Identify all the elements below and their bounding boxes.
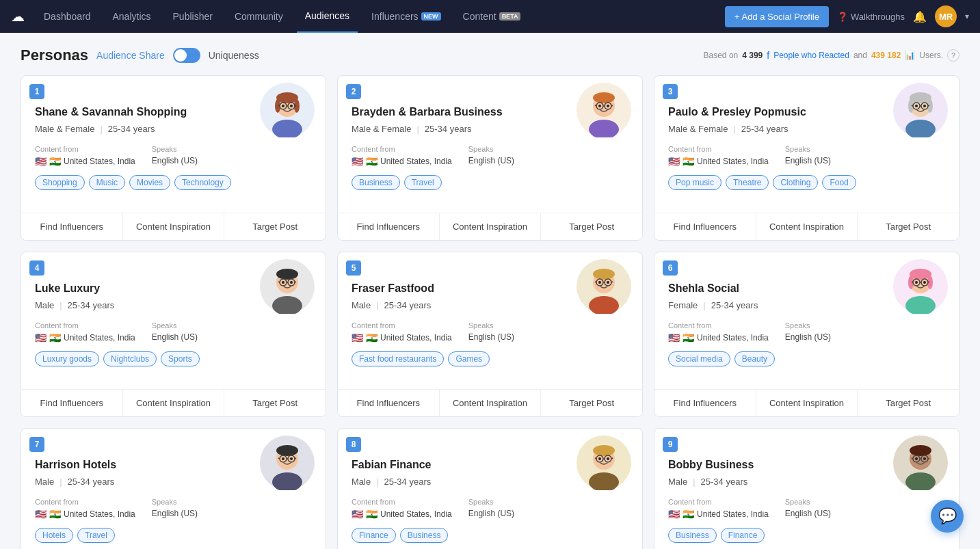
page-title: Personas	[21, 46, 88, 64]
svg-line-91	[611, 458, 613, 459]
svg-line-9	[278, 105, 280, 106]
find-influencers-button[interactable]: Find Influencers	[338, 213, 439, 240]
add-social-profile-button[interactable]: + Add a Social Profile	[725, 6, 829, 27]
speaks-value: English (US)	[468, 509, 514, 518]
interest-tag: Finance	[352, 528, 396, 543]
persona-card-7: 7 Harrison Hotels Male | 25-34 years	[21, 428, 326, 549]
svg-line-55	[595, 282, 596, 282]
in-flag: 🇮🇳	[366, 156, 378, 167]
interest-tag: Business	[352, 175, 400, 190]
content-from-value: 🇺🇸 🇮🇳 United States, India	[668, 509, 769, 520]
target-post-button[interactable]: Target Post	[858, 213, 959, 240]
nav-analytics[interactable]: Analytics	[105, 0, 159, 33]
interest-tags: Fast food restaurantsGames	[352, 351, 628, 366]
nav-community[interactable]: Community	[226, 0, 291, 33]
find-influencers-button[interactable]: Find Influencers	[21, 213, 122, 240]
content-inspiration-button[interactable]: Content Inspiration	[440, 213, 541, 240]
svg-point-36	[923, 105, 926, 107]
speaks-value: English (US)	[468, 332, 514, 342]
audience-share-link[interactable]: Audience Share	[96, 50, 165, 61]
avatar	[577, 436, 631, 490]
content-inspiration-button[interactable]: Content Inspiration	[440, 390, 541, 416]
card-body: 8 Fabian Finance Male | 25-34 years	[338, 429, 642, 549]
svg-point-92	[598, 457, 601, 460]
find-influencers-button[interactable]: Find Influencers	[21, 390, 122, 416]
svg-line-33	[912, 105, 913, 106]
age-range: 25-34 years	[108, 124, 155, 134]
content-inspiration-button[interactable]: Content Inspiration	[123, 390, 224, 416]
interest-tag: Fast food restaurants	[352, 351, 444, 366]
svg-point-86	[593, 445, 615, 456]
personas-header: Personas Audience Share Uniqueness Based…	[21, 46, 959, 64]
nav-influencers[interactable]: Influencers NEW	[363, 0, 449, 33]
in-flag: 🇮🇳	[49, 509, 61, 520]
svg-point-97	[910, 445, 931, 456]
speaks-label: Speaks	[152, 498, 198, 506]
svg-line-45	[295, 282, 296, 282]
interest-tag: Luxury goods	[35, 351, 99, 366]
avatar	[577, 259, 631, 314]
card-meta: Content from 🇺🇸 🇮🇳 United States, India …	[352, 498, 628, 520]
user-avatar[interactable]: MR	[935, 5, 957, 27]
us-flag: 🇺🇸	[352, 156, 363, 167]
in-flag: 🇮🇳	[366, 509, 378, 520]
us-flag: 🇺🇸	[668, 332, 680, 343]
nav-content[interactable]: Content BETA	[455, 0, 529, 33]
avatar	[260, 83, 315, 137]
speaks-label: Speaks	[152, 145, 198, 153]
nav-audiences[interactable]: Audiences	[297, 0, 358, 33]
persona-number: 9	[663, 437, 678, 452]
age-range: 25-34 years	[384, 477, 432, 487]
nav-dashboard[interactable]: Dashboard	[36, 0, 99, 33]
chat-button[interactable]: 💬	[931, 500, 964, 533]
age-range: 25-34 years	[68, 300, 115, 310]
target-post-button[interactable]: Target Post	[224, 213, 326, 240]
find-influencers-button[interactable]: Find Influencers	[338, 390, 439, 416]
target-post-button[interactable]: Target Post	[858, 390, 959, 416]
target-post-button[interactable]: Target Post	[541, 213, 642, 240]
svg-line-80	[295, 458, 296, 459]
help-icon[interactable]: ?	[947, 49, 959, 62]
in-flag: 🇮🇳	[49, 332, 61, 343]
notifications-icon[interactable]: 🔔	[913, 10, 927, 23]
card-meta: Content from 🇺🇸 🇮🇳 United States, India …	[35, 498, 312, 520]
target-post-button[interactable]: Target Post	[541, 390, 642, 416]
svg-line-90	[595, 458, 596, 459]
speaks-value: English (US)	[785, 156, 831, 165]
card-meta: Content from 🇺🇸 🇮🇳 United States, India …	[668, 145, 945, 167]
interest-tag: Food	[822, 175, 856, 190]
card-meta: Content from 🇺🇸 🇮🇳 United States, India …	[352, 145, 628, 167]
find-influencers-button[interactable]: Find Influencers	[654, 213, 756, 240]
interest-tags: ShoppingMusicMoviesTechnology	[35, 175, 312, 190]
content-inspiration-button[interactable]: Content Inspiration	[123, 213, 224, 240]
speaks-label: Speaks	[785, 145, 831, 153]
svg-line-79	[278, 458, 280, 459]
avatar	[893, 259, 948, 314]
uniqueness-toggle[interactable]	[173, 48, 200, 63]
speaks-value: English (US)	[152, 156, 198, 165]
card-meta: Content from 🇺🇸 🇮🇳 United States, India …	[668, 498, 945, 520]
gender: Female	[668, 300, 698, 310]
target-post-button[interactable]: Target Post	[224, 390, 326, 416]
speaks-value: English (US)	[152, 332, 198, 342]
interest-tags: Pop musicTheatreClothingFood	[668, 175, 945, 190]
avatar	[260, 259, 315, 314]
interest-tag: Social media	[668, 351, 730, 366]
card-body: 3 Paulo & Presley Popmusic Male & Female…	[654, 76, 959, 213]
toggle-switch[interactable]	[173, 48, 200, 63]
find-influencers-button[interactable]: Find Influencers	[654, 390, 756, 416]
persona-card-5: 5 Fraser Fastfood Male | 25-34 years	[337, 252, 643, 417]
walkthroughs-link[interactable]: ❓ Walkthroughs	[837, 12, 905, 22]
svg-point-35	[915, 105, 918, 107]
age-range: 25-34 years	[741, 124, 789, 134]
interest-tag: Theatre	[726, 175, 769, 190]
svg-point-82	[290, 457, 293, 460]
persona-number: 6	[663, 260, 678, 276]
persona-card-9: 9 Bobby Business Male | 25-34 years	[654, 428, 959, 549]
card-footer: Find InfluencersContent InspirationTarge…	[21, 213, 326, 240]
content-inspiration-button[interactable]: Content Inspiration	[756, 213, 858, 240]
nav-publisher[interactable]: Publisher	[165, 0, 221, 33]
svg-point-75	[276, 445, 298, 456]
content-inspiration-button[interactable]: Content Inspiration	[756, 390, 858, 416]
gender: Male & Female	[352, 124, 411, 134]
